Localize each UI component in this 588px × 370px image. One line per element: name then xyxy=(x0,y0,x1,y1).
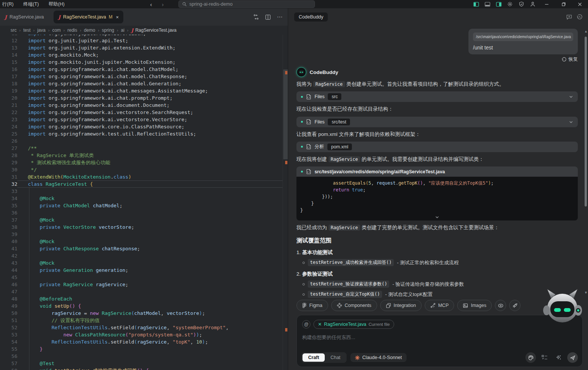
breadcrumb-segment[interactable]: test xyxy=(23,28,31,33)
codebuddy-tab[interactable]: CodeBuddy xyxy=(294,12,328,22)
theme-palette-icon[interactable] xyxy=(525,352,536,363)
account-icon[interactable] xyxy=(527,0,538,8)
code-line[interactable]: 43 @Mock xyxy=(0,259,282,267)
code-line[interactable]: 12import org.junit.jupiter.api.Test; xyxy=(0,37,282,44)
menu-terminal[interactable]: 终端(T) xyxy=(23,1,39,8)
quick-action-mcp[interactable]: MCP xyxy=(425,300,454,311)
code-line[interactable]: 20import org.springframework.ai.chat.pro… xyxy=(0,94,282,102)
code-line[interactable]: 28 * RagService 单元测试类 xyxy=(0,152,282,159)
task-list-icon[interactable] xyxy=(539,352,550,363)
code-line[interactable]: 49 void setUp() { xyxy=(0,302,282,310)
code-line[interactable]: 22import org.springframework.ai.vectorst… xyxy=(0,109,282,116)
breadcrumb-segment[interactable]: src xyxy=(11,28,17,33)
history-icon[interactable] xyxy=(577,14,583,20)
layout-sidebar-right-icon[interactable] xyxy=(493,0,504,8)
breadcrumb-file[interactable]: JRagServiceTest.java xyxy=(131,28,177,33)
layout-panel-icon[interactable] xyxy=(482,0,493,8)
more-actions-icon[interactable]: ⋯ xyxy=(277,14,282,20)
code-line[interactable]: 56 xyxy=(0,353,282,360)
quick-action-integration[interactable]: Integration xyxy=(380,300,422,311)
code-line[interactable]: 41 private ChatResponse chatResponse; xyxy=(0,245,282,252)
settings-gear-icon[interactable] xyxy=(504,0,516,8)
code-line[interactable]: 52 ReflectionTestUtils.setField(ragServi… xyxy=(0,324,282,331)
send-icon[interactable] xyxy=(567,352,578,363)
code-line[interactable]: 55 } xyxy=(0,345,282,353)
restore-checkpoint-button[interactable]: 恢复 xyxy=(296,56,578,63)
breadcrumb-segment[interactable]: ai xyxy=(121,28,124,33)
chevron-down-icon[interactable] xyxy=(569,120,573,124)
code-line[interactable]: 29 * 测试检索增强生成服务的核心功能 xyxy=(0,159,282,166)
menu-help[interactable]: 帮助(H) xyxy=(49,1,64,8)
enhance-sparkles-icon[interactable] xyxy=(553,352,564,363)
tool-call-card[interactable]: 分析pom.xml xyxy=(296,142,578,152)
code-line[interactable]: 14import org.mockito.Mock; xyxy=(0,51,282,59)
code-line[interactable]: 32class RagServiceTest { xyxy=(0,180,282,188)
tab-ragservice[interactable]: J RagService.java xyxy=(0,11,48,23)
code-line[interactable]: 40 @Mock xyxy=(0,238,282,245)
code-line[interactable]: 23import org.springframework.ai.vectorst… xyxy=(0,116,282,123)
code-line[interactable]: 25import org.springframework.test.util.R… xyxy=(0,130,282,137)
expand-code-button[interactable] xyxy=(296,214,578,220)
code-line[interactable]: 42 xyxy=(0,252,282,259)
model-selector[interactable]: Claude-4.0-Sonnet xyxy=(350,353,407,362)
code-line[interactable]: 48 @BeforeEach xyxy=(0,295,282,302)
code-line[interactable]: 18import org.springframework.ai.chat.mod… xyxy=(0,80,282,87)
quick-action-components[interactable]: Components xyxy=(331,300,377,311)
code-line[interactable]: 54 ReflectionTestUtils.setField(ragServi… xyxy=(0,338,282,345)
code-line[interactable]: 19import org.springframework.ai.chat.mes… xyxy=(0,87,282,94)
breadcrumb-segment[interactable]: redis xyxy=(68,28,77,33)
created-file-card[interactable]: src/test/java/com/redis/demo/spring/ai/R… xyxy=(296,166,578,177)
code-line[interactable]: 45 xyxy=(0,274,282,281)
preview-eye-button[interactable] xyxy=(495,300,506,311)
compare-changes-icon[interactable] xyxy=(253,14,259,20)
window-close-icon[interactable] xyxy=(571,0,588,8)
split-editor-icon[interactable] xyxy=(265,14,271,20)
code-line[interactable]: 39 xyxy=(0,231,282,238)
code-line[interactable]: 57 @Test xyxy=(0,360,282,367)
code-line[interactable]: 15import org.mockito.junit.jupiter.Mocki… xyxy=(0,59,282,66)
breadcrumb-segment[interactable]: com xyxy=(52,28,61,33)
code-line[interactable]: 30 */ xyxy=(0,166,282,173)
code-line[interactable]: 27/** xyxy=(0,145,282,152)
code-line[interactable]: 34 @Mock xyxy=(0,195,282,202)
input-placeholder[interactable]: 构建你想要的任何东西... xyxy=(302,334,577,341)
code-line[interactable]: 26 xyxy=(0,137,282,145)
breadcrumb[interactable]: src›test›java›com›redis›demo›spring›ai›J… xyxy=(0,26,288,35)
code-line[interactable]: 44 private Generation generation; xyxy=(0,267,282,274)
code-line[interactable]: 50 ragService = new RagService(chatModel… xyxy=(0,310,282,317)
tab-ragservicetest[interactable]: J RagServiceTest.java M × xyxy=(54,11,123,23)
code-line[interactable]: 21import org.springframework.ai.document… xyxy=(0,102,282,109)
code-line[interactable]: 37 @Mock xyxy=(0,216,282,224)
code-line[interactable]: 17import org.springframework.ai.chat.mod… xyxy=(0,73,282,80)
code-line[interactable]: 51 // 设置私有字段的值 xyxy=(0,317,282,324)
code-editor[interactable]: 11import org.junit.jupiter.api.BeforeEac… xyxy=(0,35,288,370)
deploy-rocket-button[interactable] xyxy=(509,300,520,311)
scroll-up-icon[interactable]: ▲ xyxy=(584,29,588,33)
code-line[interactable]: 16import org.springframework.ai.chat.mod… xyxy=(0,66,282,73)
code-line[interactable]: 58 void testRetrieve_成功检索并生成回答() { xyxy=(0,367,282,370)
remove-context-icon[interactable]: ✕ xyxy=(318,322,322,327)
nav-back-icon[interactable]: ‹ xyxy=(150,1,152,8)
mode-chat[interactable]: Chat xyxy=(325,353,345,362)
editor-scrollbar-thumb[interactable] xyxy=(283,69,288,159)
code-line[interactable]: 24import org.springframework.core.io.Cla… xyxy=(0,123,282,130)
window-minimize-icon[interactable] xyxy=(538,0,555,8)
chat-input-box[interactable]: @ ✕ RagServiceTest.java Current file 构建你… xyxy=(296,315,583,367)
editor-scrollbar[interactable] xyxy=(282,35,288,370)
chat-scrollbar-thumb[interactable] xyxy=(585,37,587,207)
quick-action-images[interactable]: Images xyxy=(457,300,492,311)
breadcrumb-segment[interactable]: java xyxy=(37,28,46,33)
code-line[interactable]: 35 private ChatModel chatModel; xyxy=(0,202,282,209)
code-line[interactable]: 53 new ClassPathResource("prompts/system… xyxy=(0,331,282,338)
code-line[interactable]: 36 xyxy=(0,209,282,216)
chat-scrollbar[interactable]: ▲ ▼ xyxy=(585,27,587,298)
breadcrumb-segment[interactable]: demo xyxy=(84,28,95,33)
chevron-down-icon[interactable] xyxy=(569,94,573,99)
code-line[interactable]: 46 private RagService ragService; xyxy=(0,281,282,288)
command-search-box[interactable]: spring-ai-redis-demo xyxy=(178,0,315,8)
shield-icon[interactable] xyxy=(516,0,527,8)
mention-button[interactable]: @ xyxy=(302,320,310,328)
scroll-down-icon[interactable]: ▼ xyxy=(584,291,588,294)
breadcrumb-segment[interactable]: spring xyxy=(102,28,114,33)
new-chat-icon[interactable] xyxy=(566,14,572,20)
